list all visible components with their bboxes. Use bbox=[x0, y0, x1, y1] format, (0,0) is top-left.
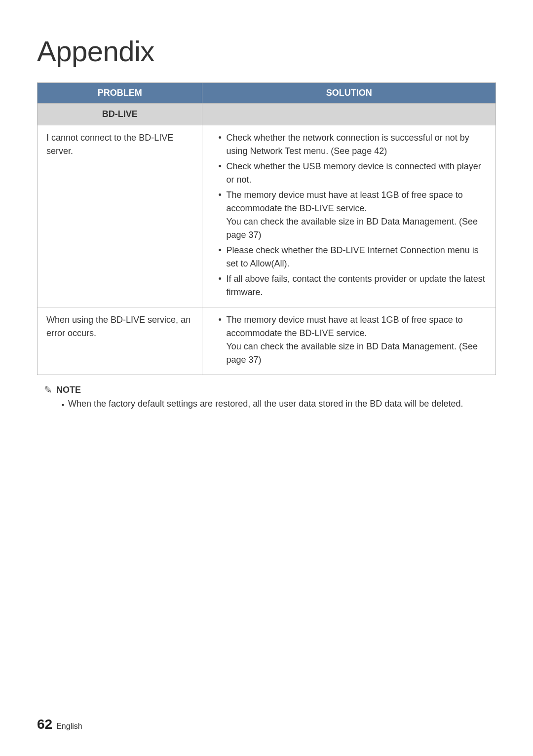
solution-list: The memory device must have at least 1GB… bbox=[211, 313, 487, 367]
col-header-problem: PROBLEM bbox=[38, 83, 202, 104]
note-icon: ✎ bbox=[44, 384, 52, 396]
solution-list: Check whether the network connection is … bbox=[211, 131, 487, 299]
page-number: 62 bbox=[37, 717, 52, 732]
troubleshooting-table: PROBLEM SOLUTION BD-LIVE I cannot connec… bbox=[37, 82, 496, 375]
problem-cell: I cannot connect to the BD-LIVE server. bbox=[38, 125, 202, 307]
list-item: The memory device must have at least 1GB… bbox=[218, 313, 487, 367]
table-row: I cannot connect to the BD-LIVE server. … bbox=[38, 125, 496, 307]
note-header: ✎ NOTE bbox=[44, 384, 496, 396]
note-text-line: ▪ When the factory default settings are … bbox=[44, 399, 496, 409]
language-label: English bbox=[56, 722, 82, 731]
note-section: ✎ NOTE ▪ When the factory default settin… bbox=[37, 384, 496, 409]
list-item: The memory device must have at least 1GB… bbox=[218, 189, 487, 242]
col-header-solution: SOLUTION bbox=[202, 83, 496, 104]
list-item: If all above fails, contact the contents… bbox=[218, 272, 487, 299]
subheader-empty bbox=[202, 104, 496, 125]
table-subheader-row: BD-LIVE bbox=[38, 104, 496, 125]
note-text: When the factory default settings are re… bbox=[68, 399, 463, 409]
page-title: Appendix bbox=[37, 35, 496, 68]
list-item: Check whether the USB memory device is c… bbox=[218, 160, 487, 187]
solution-cell: The memory device must have at least 1GB… bbox=[202, 307, 496, 375]
solution-cell: Check whether the network connection is … bbox=[202, 125, 496, 307]
page-footer: 62 English bbox=[37, 717, 82, 732]
problem-cell: When using the BD-LIVE service, an error… bbox=[38, 307, 202, 375]
list-item: Check whether the network connection is … bbox=[218, 131, 487, 158]
note-label: NOTE bbox=[56, 385, 81, 395]
table-row: When using the BD-LIVE service, an error… bbox=[38, 307, 496, 375]
bullet-icon: ▪ bbox=[62, 401, 64, 409]
list-item: Please check whether the BD-LIVE Interne… bbox=[218, 244, 487, 270]
subheader-bdlive: BD-LIVE bbox=[38, 104, 202, 125]
